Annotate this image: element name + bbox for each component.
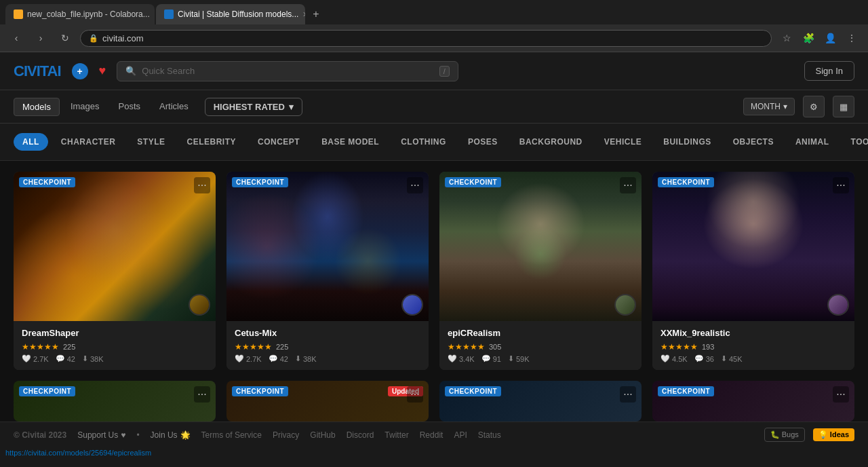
card-stars-cetus: ★★★★★ 225: [235, 342, 420, 352]
bug-button[interactable]: 🐛 Bugs: [764, 428, 805, 442]
category-character[interactable]: CHARACTER: [52, 133, 125, 151]
tab-images[interactable]: Images: [62, 98, 108, 116]
tab-label-civitai: Civitai | Stable Diffusion models...: [178, 10, 298, 19]
card-stats-dreamshaper: 🤍 2.7K 💬 42 ⬇ 38K: [22, 354, 208, 363]
filter-button[interactable]: ⚙: [803, 96, 825, 117]
period-button[interactable]: MONTH ▾: [743, 98, 795, 115]
comment-icon-xxmix: 💬: [694, 354, 704, 363]
menu-button[interactable]: ⋮: [842, 29, 861, 48]
add-button[interactable]: +: [72, 63, 88, 79]
card-info-dreamshaper: DreamShaper ★★★★★ 225 🤍 2.7K 💬 42 ⬇: [14, 321, 216, 370]
new-tab-button[interactable]: +: [307, 5, 326, 24]
card-cetus-mix[interactable]: CHECKPOINT ··· Cetus-Mix ★★★★★ 225 🤍 2.7…: [226, 172, 429, 370]
card-partial-3[interactable]: CHECKPOINT ···: [439, 381, 642, 422]
tab-label-colab: new_colab_file.ipynb - Colabora...: [27, 10, 150, 19]
tab-posts[interactable]: Posts: [111, 98, 149, 116]
likes-count-cetus: 2.7K: [246, 355, 262, 363]
tab-colab[interactable]: new_colab_file.ipynb - Colabora... ✕: [5, 4, 155, 24]
download-icon-cetus: ⬇: [295, 354, 301, 363]
card-epicrealism[interactable]: CHECKPOINT ··· epiCRealism ★★★★★ 305 🤍 3…: [439, 172, 642, 370]
card-menu-partial-1[interactable]: ···: [194, 386, 210, 403]
address-bar[interactable]: 🔒 civitai.com: [80, 30, 772, 47]
card-menu-dreamshaper[interactable]: ···: [194, 177, 210, 193]
card-image-dreamshaper: CHECKPOINT ···: [14, 172, 216, 321]
extension-button[interactable]: 🧩: [799, 29, 818, 48]
url-text: civitai.com: [102, 33, 144, 43]
view-toggle-button[interactable]: ▦: [833, 96, 854, 117]
category-animal[interactable]: ANIMAL: [787, 133, 838, 151]
downloads-xxmix: ⬇ 45K: [721, 354, 743, 363]
card-partial-2[interactable]: CHECKPOINT Updated ···: [226, 381, 429, 422]
category-poses[interactable]: POSES: [459, 133, 507, 151]
tab-articles[interactable]: Articles: [151, 98, 197, 116]
sign-in-button[interactable]: Sign In: [804, 61, 854, 81]
favorites-icon[interactable]: ♥: [99, 64, 106, 78]
footer-reddit[interactable]: Reddit: [420, 430, 443, 440]
likes-count-xxmix: 4.5K: [672, 355, 688, 363]
card-title-epic: epiCRealism: [448, 328, 633, 338]
card-xxmix[interactable]: CHECKPOINT ··· XXMix_9realistic ★★★★★ 19…: [652, 172, 854, 370]
card-image-cetus: CHECKPOINT ···: [226, 172, 429, 321]
card-image-epic: CHECKPOINT ···: [439, 172, 642, 321]
card-partial-1[interactable]: CHECKPOINT ···: [14, 381, 216, 422]
tab-models[interactable]: Models: [14, 98, 60, 116]
nav-bar: ‹ › ↻ 🔒 civitai.com ☆ 🧩 👤 ⋮: [0, 24, 868, 52]
search-bar[interactable]: 🔍 Quick Search /: [117, 61, 458, 81]
bookmark-button[interactable]: ☆: [777, 29, 796, 48]
comment-icon-epic: 💬: [481, 354, 491, 363]
comments-count-epic: 91: [493, 355, 501, 363]
card-thumbnail-cetus: [226, 172, 429, 321]
footer-api[interactable]: API: [454, 430, 467, 440]
heart-icon-epic: 🤍: [448, 354, 457, 363]
card-dreamshaper[interactable]: CHECKPOINT ··· DreamShaper ★★★★★ 225 🤍 2…: [14, 172, 216, 370]
tab-close-civitai[interactable]: ✕: [302, 10, 305, 19]
filter-bar: Models Images Posts Articles HIGHEST RAT…: [0, 90, 868, 124]
heart-icon-xxmix: 🤍: [660, 354, 670, 363]
category-objects[interactable]: OBJECTS: [724, 133, 783, 151]
card-title-cetus: Cetus-Mix: [235, 328, 420, 338]
tab-bar: new_colab_file.ipynb - Colabora... ✕ Civ…: [0, 0, 868, 24]
card-menu-cetus[interactable]: ···: [407, 177, 423, 193]
profile-button[interactable]: 👤: [821, 29, 840, 48]
footer-join[interactable]: Join Us 🌟: [151, 430, 191, 440]
tab-civitai[interactable]: Civitai | Stable Diffusion models... ✕: [156, 4, 305, 24]
refresh-button[interactable]: ↻: [56, 29, 75, 48]
card-partial-4[interactable]: CHECKPOINT ···: [652, 381, 854, 422]
category-vehicle[interactable]: VEHICLE: [595, 133, 651, 151]
category-style[interactable]: STYLE: [128, 133, 174, 151]
footer-privacy[interactable]: Privacy: [273, 430, 299, 440]
back-button[interactable]: ‹: [7, 29, 26, 48]
footer-status[interactable]: Status: [478, 430, 501, 440]
category-background[interactable]: BACKGROUND: [511, 133, 591, 151]
footer-twitter[interactable]: Twitter: [384, 430, 408, 440]
category-all[interactable]: ALL: [14, 133, 48, 151]
card-menu-partial-2[interactable]: ···: [407, 386, 423, 403]
footer-discord[interactable]: Discord: [347, 430, 374, 440]
card-menu-epic[interactable]: ···: [620, 177, 636, 193]
nav-tabs: Models Images Posts Articles: [14, 98, 197, 116]
comment-icon-dreamshaper: 💬: [56, 354, 65, 363]
nav-actions: ☆ 🧩 👤 ⋮: [777, 29, 861, 48]
download-icon-xxmix: ⬇: [721, 354, 727, 363]
card-menu-partial-4[interactable]: ···: [833, 386, 849, 403]
ideas-button[interactable]: 💡 Ideas: [813, 428, 854, 441]
sort-button[interactable]: HIGHEST RATED ▾: [205, 98, 302, 116]
category-clothing[interactable]: CLOTHING: [392, 133, 455, 151]
category-buildings[interactable]: BUILDINGS: [654, 133, 720, 151]
period-label: MONTH: [751, 102, 781, 111]
category-celebrity[interactable]: CELEBRITY: [178, 133, 245, 151]
card-title-xxmix: XXMix_9realistic: [660, 328, 846, 338]
category-tool[interactable]: TOOL: [842, 133, 868, 151]
category-concept[interactable]: CONCEPT: [249, 133, 309, 151]
sort-chevron-icon: ▾: [289, 102, 294, 112]
category-base-model[interactable]: BASE MODEL: [313, 133, 388, 151]
card-thumbnail-epic: [439, 172, 642, 321]
forward-button[interactable]: ›: [31, 29, 50, 48]
footer-support[interactable]: Support Us ♥: [77, 430, 125, 440]
card-stars-dreamshaper: ★★★★★ 225: [22, 342, 208, 352]
card-menu-xxmix[interactable]: ···: [833, 177, 849, 193]
card-menu-partial-3[interactable]: ···: [620, 386, 636, 403]
footer-terms[interactable]: Terms of Service: [201, 430, 262, 440]
tab-close-colab[interactable]: ✕: [154, 10, 155, 19]
footer-github[interactable]: GitHub: [310, 430, 335, 440]
